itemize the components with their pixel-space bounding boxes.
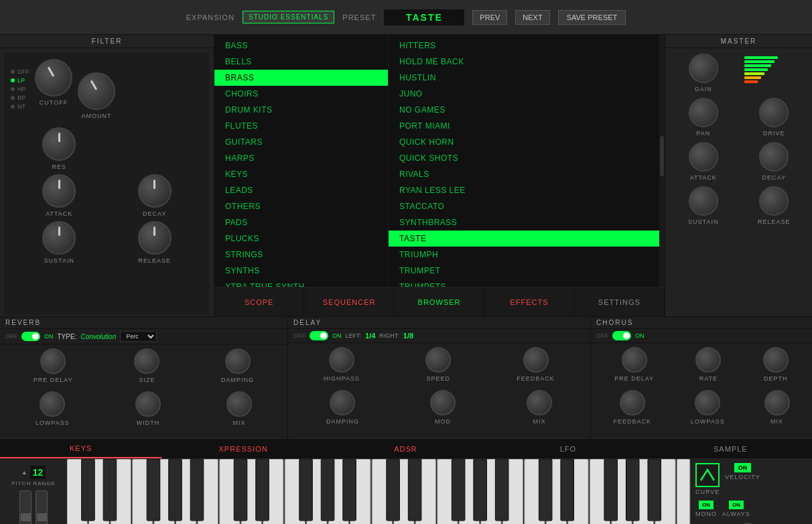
- preset-scrollbar[interactable]: [659, 35, 665, 287]
- cat-choirs[interactable]: CHOIRS: [214, 86, 388, 102]
- filter-release-knob[interactable]: [138, 221, 172, 255]
- cat-pads[interactable]: PADS: [214, 214, 388, 231]
- reverb-toggle[interactable]: [21, 332, 40, 341]
- cat-guitars[interactable]: GUITARS: [214, 134, 388, 150]
- cutoff-knob[interactable]: [35, 59, 72, 96]
- save-preset-button[interactable]: SAVE PRESET: [558, 10, 626, 25]
- reverb-mix-knob[interactable]: [226, 391, 252, 417]
- reverb-type-select[interactable]: Perc Hall Room: [120, 331, 157, 342]
- black-key-2[interactable]: [103, 459, 117, 521]
- cat-others[interactable]: OTHERS: [214, 198, 388, 214]
- tab-xpression[interactable]: XPRESSION: [162, 439, 324, 458]
- black-key-5[interactable]: [190, 459, 204, 521]
- cat-keys[interactable]: KEYS: [214, 166, 388, 182]
- preset-quick-horn[interactable]: QUICK HORN: [389, 134, 659, 150]
- black-key-9[interactable]: [321, 459, 334, 521]
- filter-hp[interactable]: HP: [11, 86, 29, 92]
- velocity-on-button[interactable]: ON: [734, 463, 752, 472]
- tab-keys[interactable]: KEYS: [0, 439, 162, 458]
- cat-harps[interactable]: HARPS: [214, 150, 388, 166]
- preset-hold-me-back[interactable]: HOLD ME BACK: [389, 54, 659, 70]
- black-key-7[interactable]: [256, 459, 269, 521]
- delay-feedback-knob[interactable]: [523, 347, 549, 373]
- delay-highpass-knob[interactable]: [329, 347, 354, 373]
- black-key-1[interactable]: [82, 459, 95, 521]
- mod-slider[interactable]: [36, 490, 48, 524]
- chorus-feedback-knob[interactable]: [620, 390, 645, 415]
- preset-trumpet[interactable]: TRUMPET: [389, 263, 659, 279]
- curve-icon[interactable]: [695, 463, 720, 487]
- filter-sustain-knob[interactable]: [42, 221, 76, 255]
- cat-plucks[interactable]: PLUCKS: [214, 231, 388, 247]
- filter-lp[interactable]: LP: [11, 77, 29, 84]
- black-key-10[interactable]: [343, 459, 356, 521]
- filter-off[interactable]: OFF: [11, 68, 29, 75]
- cat-synths[interactable]: SYNTHS: [214, 263, 388, 279]
- white-key-29[interactable]: [677, 459, 690, 524]
- reverb-size-knob[interactable]: [134, 348, 159, 374]
- black-key-17[interactable]: [561, 459, 574, 521]
- preset-synthbrass[interactable]: SYNTHBRASS: [389, 214, 659, 231]
- chorus-depth-knob[interactable]: [763, 347, 789, 373]
- black-key-8[interactable]: [299, 459, 313, 521]
- delay-speed-knob[interactable]: [425, 347, 451, 373]
- master-release-knob[interactable]: [759, 186, 789, 216]
- cat-xtra[interactable]: XTRA TRUE SYNTH: [214, 279, 388, 287]
- preset-no-games[interactable]: NO GAMES: [389, 102, 659, 118]
- master-decay-knob[interactable]: [759, 142, 789, 172]
- black-key-16[interactable]: [539, 459, 552, 521]
- preset-juno[interactable]: JUNO: [389, 86, 659, 102]
- filter-nt[interactable]: NT: [11, 103, 29, 110]
- tab-lfo[interactable]: LFO: [487, 439, 649, 458]
- tab-browser[interactable]: BROWSER: [395, 287, 484, 316]
- preset-rivals[interactable]: RIVALS: [389, 166, 659, 182]
- amount-knob[interactable]: [78, 72, 115, 110]
- delay-mod-knob[interactable]: [430, 390, 456, 415]
- pitch-slider[interactable]: [19, 490, 31, 524]
- black-key-20[interactable]: [648, 459, 661, 521]
- black-key-19[interactable]: [626, 459, 639, 521]
- delay-mix-knob[interactable]: [527, 390, 552, 415]
- gain-knob[interactable]: [689, 54, 718, 83]
- tab-effects[interactable]: EFFECTS: [484, 287, 574, 316]
- master-attack-knob[interactable]: [689, 142, 718, 172]
- preset-quick-shots[interactable]: QUICK SHOTS: [389, 150, 659, 166]
- black-key-12[interactable]: [408, 459, 421, 521]
- chorus-predelay-knob[interactable]: [622, 347, 647, 373]
- reverb-predelay-knob[interactable]: [40, 348, 66, 374]
- filter-decay-knob[interactable]: [138, 174, 172, 208]
- reverb-width-knob[interactable]: [135, 391, 161, 417]
- tab-settings[interactable]: SETTINGS: [575, 287, 665, 316]
- black-key-13[interactable]: [452, 459, 465, 521]
- tab-sequencer[interactable]: SEQUENCER: [304, 287, 394, 316]
- reverb-damping-knob[interactable]: [225, 348, 251, 374]
- drive-knob[interactable]: [759, 98, 789, 127]
- res-knob[interactable]: [42, 127, 76, 161]
- black-key-15[interactable]: [495, 459, 509, 521]
- cat-bass[interactable]: BASS: [214, 38, 388, 54]
- preset-trumpets[interactable]: TRUMPETS: [389, 279, 659, 287]
- pan-knob[interactable]: [689, 98, 718, 127]
- preset-staccato[interactable]: STACCATO: [389, 198, 659, 214]
- cat-leads[interactable]: LEADS: [214, 182, 388, 198]
- cat-drum-kits[interactable]: DRUM KITS: [214, 102, 388, 118]
- prev-button[interactable]: PREV: [472, 10, 507, 25]
- always-toggle[interactable]: ON: [729, 501, 744, 509]
- chorus-rate-knob[interactable]: [695, 347, 721, 373]
- cat-bells[interactable]: BELLS: [214, 54, 388, 70]
- master-sustain-knob[interactable]: [689, 186, 718, 216]
- black-key-4[interactable]: [169, 459, 182, 521]
- black-key-3[interactable]: [147, 459, 160, 521]
- preset-triumph[interactable]: TRIUMPH: [389, 247, 659, 263]
- delay-toggle[interactable]: [310, 331, 328, 340]
- preset-hitters[interactable]: HITTERS: [389, 38, 659, 54]
- filter-bp[interactable]: BP: [11, 94, 29, 101]
- cat-flutes[interactable]: FLUTES: [214, 118, 388, 134]
- black-key-6[interactable]: [234, 459, 247, 521]
- tab-adsr[interactable]: ADSR: [325, 439, 487, 458]
- cat-strings[interactable]: STRINGS: [214, 247, 388, 263]
- preset-taste[interactable]: TASTE: [389, 231, 659, 247]
- cat-brass[interactable]: BRASS: [214, 70, 388, 86]
- black-key-18[interactable]: [604, 459, 618, 521]
- mono-toggle[interactable]: ON: [699, 501, 714, 509]
